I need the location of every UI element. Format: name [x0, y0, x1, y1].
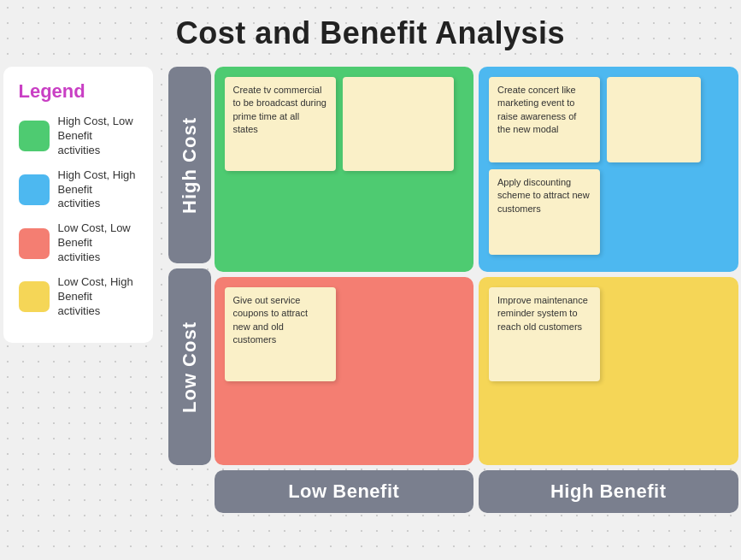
y-label-high-cost: High Cost — [179, 105, 201, 226]
legend-label-2: High Cost, High Benefit activities — [58, 168, 138, 212]
legend-label-3: Low Cost, Low Benefit activities — [58, 221, 138, 265]
main-content: Legend High Cost, Low Benefit activities… — [3, 67, 738, 513]
sticky-note-br-1[interactable]: Improve maintenance reminder system to r… — [489, 287, 600, 381]
x-label-low-benefit: Low Benefit — [215, 470, 474, 513]
y-label-high-cost-box: High Cost — [168, 67, 211, 263]
y-label-low-cost: Low Cost — [179, 309, 201, 425]
legend-swatch-yellow — [19, 281, 50, 312]
sticky-note-bl-1[interactable]: Give out service coupons to attract new … — [225, 287, 336, 381]
legend-label-1: High Cost, Low Benefit activities — [58, 115, 138, 158]
quadrant-top-left: Create tv commercial to be broadcast dur… — [215, 67, 474, 272]
legend-panel: Legend High Cost, Low Benefit activities… — [3, 67, 153, 343]
sticky-note-tr-1[interactable]: Create concert like marketing event to r… — [489, 77, 600, 162]
y-label-low-cost-box: Low Cost — [168, 268, 211, 465]
quadrant-area: Create tv commercial to be broadcast dur… — [215, 67, 738, 465]
x-axis: Low Benefit High Benefit — [215, 470, 738, 513]
sticky-note-tl-1[interactable]: Create tv commercial to be broadcast dur… — [225, 77, 336, 171]
legend-title: Legend — [19, 80, 138, 103]
sticky-note-tl-2[interactable] — [343, 77, 454, 171]
legend-item-2: High Cost, High Benefit activities — [19, 168, 138, 212]
legend-item-4: Low Cost, High Benefit activities — [19, 275, 138, 319]
legend-label-4: Low Cost, High Benefit activities — [58, 275, 138, 319]
x-label-high-benefit: High Benefit — [479, 470, 738, 513]
legend-item-1: High Cost, Low Benefit activities — [19, 115, 138, 158]
sticky-note-tr-2[interactable] — [607, 77, 701, 162]
chart-area: High Cost Low Cost Create tv commercial … — [168, 67, 738, 513]
top-row: Create tv commercial to be broadcast dur… — [215, 67, 738, 272]
legend-swatch-green — [19, 121, 50, 151]
y-label-low-cost-wrap: Low Cost — [168, 268, 211, 465]
quadrant-top-right: Create concert like marketing event to r… — [479, 67, 738, 272]
quadrant-bottom-left: Give out service coupons to attract new … — [215, 277, 474, 465]
rows-wrapper: High Cost Low Cost Create tv commercial … — [168, 67, 738, 465]
y-label-high-cost-wrap: High Cost — [168, 67, 211, 263]
quadrant-bottom-right: Improve maintenance reminder system to r… — [479, 277, 738, 465]
legend-swatch-red — [19, 228, 50, 259]
y-axis: High Cost Low Cost — [168, 67, 211, 465]
sticky-note-tr-3[interactable]: Apply discounting scheme to attract new … — [489, 169, 600, 255]
page-title: Cost and Benefit Analysis — [176, 15, 565, 51]
bottom-row: Give out service coupons to attract new … — [215, 277, 738, 465]
legend-item-3: Low Cost, Low Benefit activities — [19, 221, 138, 265]
legend-swatch-blue — [19, 174, 50, 205]
